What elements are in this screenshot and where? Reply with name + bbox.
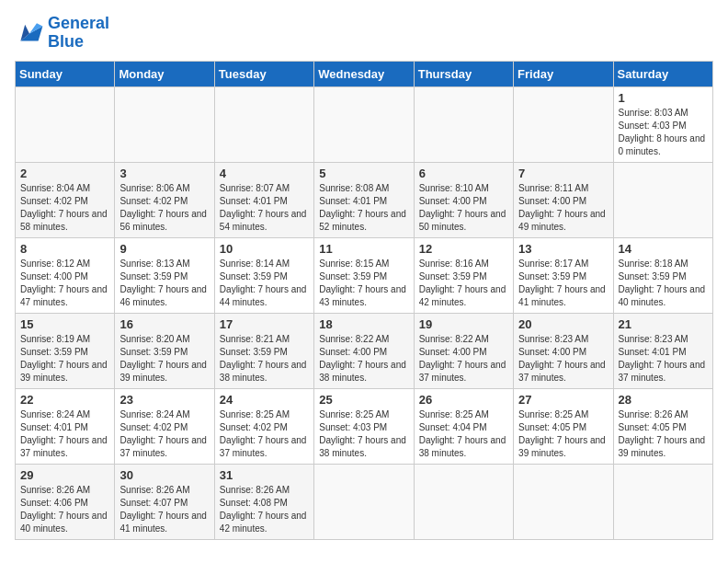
day-number: 30 (119, 468, 209, 482)
day-info: Sunrise: 8:26 AMSunset: 4:08 PMDaylight:… (220, 484, 309, 535)
empty-cell (16, 86, 115, 162)
day-cell-19: 19Sunrise: 8:22 AMSunset: 4:00 PMDayligh… (414, 313, 513, 388)
header-row: SundayMondayTuesdayWednesdayThursdayFrid… (16, 61, 713, 86)
header-thursday: Thursday (414, 61, 513, 86)
day-cell-22: 22Sunrise: 8:24 AMSunset: 4:01 PMDayligh… (16, 388, 115, 464)
day-cell-12: 12Sunrise: 8:16 AMSunset: 3:59 PMDayligh… (414, 237, 513, 313)
day-info: Sunrise: 8:25 AMSunset: 4:02 PMDaylight:… (220, 408, 309, 460)
day-cell-2: 2Sunrise: 8:04 AMSunset: 4:02 PMDaylight… (16, 162, 115, 237)
day-info: Sunrise: 8:19 AMSunset: 3:59 PMDaylight:… (20, 333, 109, 385)
day-info: Sunrise: 8:08 AMSunset: 4:01 PMDaylight:… (319, 182, 408, 234)
day-cell-24: 24Sunrise: 8:25 AMSunset: 4:02 PMDayligh… (214, 388, 313, 464)
day-info: Sunrise: 8:21 AMSunset: 3:59 PMDaylight:… (220, 333, 309, 385)
day-info: Sunrise: 8:22 AMSunset: 4:00 PMDaylight:… (419, 333, 508, 385)
day-cell-17: 17Sunrise: 8:21 AMSunset: 3:59 PMDayligh… (214, 313, 313, 388)
day-cell-10: 10Sunrise: 8:14 AMSunset: 3:59 PMDayligh… (214, 237, 313, 313)
day-cell-30: 30Sunrise: 8:26 AMSunset: 4:07 PMDayligh… (115, 464, 214, 539)
day-cell-15: 15Sunrise: 8:19 AMSunset: 3:59 PMDayligh… (16, 313, 115, 388)
day-number: 5 (319, 167, 408, 180)
day-cell-9: 9Sunrise: 8:13 AMSunset: 3:59 PMDaylight… (115, 237, 214, 313)
empty-cell (414, 86, 513, 162)
day-number: 3 (119, 167, 209, 180)
day-cell-23: 23Sunrise: 8:24 AMSunset: 4:02 PMDayligh… (115, 388, 214, 464)
day-number: 18 (319, 317, 408, 331)
page-header: General Blue (15, 15, 713, 52)
day-number: 29 (20, 468, 109, 482)
day-number: 17 (220, 317, 309, 331)
empty-cell (314, 464, 414, 539)
day-number: 11 (319, 242, 408, 256)
day-number: 8 (20, 242, 109, 256)
empty-cell (414, 464, 513, 539)
day-info: Sunrise: 8:18 AMSunset: 3:59 PMDaylight:… (619, 258, 708, 309)
day-cell-1: 1Sunrise: 8:03 AMSunset: 4:03 PMDaylight… (613, 86, 712, 162)
empty-cell (115, 86, 214, 162)
day-info: Sunrise: 8:07 AMSunset: 4:01 PMDaylight:… (220, 182, 309, 234)
header-friday: Friday (514, 61, 613, 86)
day-info: Sunrise: 8:20 AMSunset: 3:59 PMDaylight:… (119, 333, 209, 385)
calendar-week-3: 8Sunrise: 8:12 AMSunset: 4:00 PMDaylight… (16, 237, 713, 313)
empty-cell (613, 464, 712, 539)
day-cell-13: 13Sunrise: 8:17 AMSunset: 3:59 PMDayligh… (514, 237, 613, 313)
day-info: Sunrise: 8:12 AMSunset: 4:00 PMDaylight:… (20, 258, 109, 309)
empty-cell (514, 464, 613, 539)
calendar-week-5: 22Sunrise: 8:24 AMSunset: 4:01 PMDayligh… (16, 388, 713, 464)
day-info: Sunrise: 8:15 AMSunset: 3:59 PMDaylight:… (319, 258, 408, 309)
day-number: 13 (518, 242, 608, 256)
day-info: Sunrise: 8:06 AMSunset: 4:02 PMDaylight:… (119, 182, 209, 234)
day-number: 22 (20, 393, 109, 407)
calendar-week-4: 15Sunrise: 8:19 AMSunset: 3:59 PMDayligh… (16, 313, 713, 388)
empty-cell (613, 162, 712, 237)
empty-cell (214, 86, 313, 162)
day-number: 16 (119, 317, 209, 331)
day-info: Sunrise: 8:17 AMSunset: 3:59 PMDaylight:… (518, 258, 608, 309)
day-info: Sunrise: 8:26 AMSunset: 4:07 PMDaylight:… (119, 484, 209, 535)
day-number: 2 (20, 167, 109, 180)
day-cell-21: 21Sunrise: 8:23 AMSunset: 4:01 PMDayligh… (613, 313, 712, 388)
day-number: 4 (220, 167, 309, 180)
empty-cell (514, 86, 613, 162)
day-cell-25: 25Sunrise: 8:25 AMSunset: 4:03 PMDayligh… (314, 388, 414, 464)
day-info: Sunrise: 8:24 AMSunset: 4:01 PMDaylight:… (20, 408, 109, 460)
day-cell-20: 20Sunrise: 8:23 AMSunset: 4:00 PMDayligh… (514, 313, 613, 388)
day-number: 31 (220, 468, 309, 482)
header-saturday: Saturday (613, 61, 712, 86)
day-cell-4: 4Sunrise: 8:07 AMSunset: 4:01 PMDaylight… (214, 162, 313, 237)
header-tuesday: Tuesday (214, 61, 313, 86)
day-cell-18: 18Sunrise: 8:22 AMSunset: 4:00 PMDayligh… (314, 313, 414, 388)
day-info: Sunrise: 8:11 AMSunset: 4:00 PMDaylight:… (518, 182, 608, 234)
day-number: 1 (619, 91, 708, 105)
day-info: Sunrise: 8:03 AMSunset: 4:03 PMDaylight:… (619, 107, 708, 158)
day-cell-28: 28Sunrise: 8:26 AMSunset: 4:05 PMDayligh… (613, 388, 712, 464)
day-number: 28 (619, 393, 708, 407)
day-number: 24 (220, 393, 309, 407)
day-info: Sunrise: 8:25 AMSunset: 4:05 PMDaylight:… (518, 408, 608, 460)
day-number: 19 (419, 317, 508, 331)
logo-icon (15, 20, 44, 46)
calendar-week-2: 2Sunrise: 8:04 AMSunset: 4:02 PMDaylight… (16, 162, 713, 237)
day-number: 15 (20, 317, 109, 331)
day-info: Sunrise: 8:25 AMSunset: 4:04 PMDaylight:… (419, 408, 508, 460)
day-info: Sunrise: 8:16 AMSunset: 3:59 PMDaylight:… (419, 258, 508, 309)
day-info: Sunrise: 8:04 AMSunset: 4:02 PMDaylight:… (20, 182, 109, 234)
header-monday: Monday (115, 61, 214, 86)
day-number: 14 (619, 242, 708, 256)
header-wednesday: Wednesday (314, 61, 414, 86)
day-cell-3: 3Sunrise: 8:06 AMSunset: 4:02 PMDaylight… (115, 162, 214, 237)
day-cell-6: 6Sunrise: 8:10 AMSunset: 4:00 PMDaylight… (414, 162, 513, 237)
day-cell-8: 8Sunrise: 8:12 AMSunset: 4:00 PMDaylight… (16, 237, 115, 313)
day-number: 23 (119, 393, 209, 407)
calendar-week-1: 1Sunrise: 8:03 AMSunset: 4:03 PMDaylight… (16, 86, 713, 162)
empty-cell (314, 86, 414, 162)
day-info: Sunrise: 8:25 AMSunset: 4:03 PMDaylight:… (319, 408, 408, 460)
day-cell-31: 31Sunrise: 8:26 AMSunset: 4:08 PMDayligh… (214, 464, 313, 539)
day-info: Sunrise: 8:26 AMSunset: 4:05 PMDaylight:… (619, 408, 708, 460)
logo-text: General Blue (48, 15, 109, 52)
calendar-week-6: 29Sunrise: 8:26 AMSunset: 4:06 PMDayligh… (16, 464, 713, 539)
day-cell-5: 5Sunrise: 8:08 AMSunset: 4:01 PMDaylight… (314, 162, 414, 237)
calendar-table: SundayMondayTuesdayWednesdayThursdayFrid… (15, 61, 713, 540)
day-number: 25 (319, 393, 408, 407)
day-cell-26: 26Sunrise: 8:25 AMSunset: 4:04 PMDayligh… (414, 388, 513, 464)
day-info: Sunrise: 8:22 AMSunset: 4:00 PMDaylight:… (319, 333, 408, 385)
day-number: 27 (518, 393, 608, 407)
